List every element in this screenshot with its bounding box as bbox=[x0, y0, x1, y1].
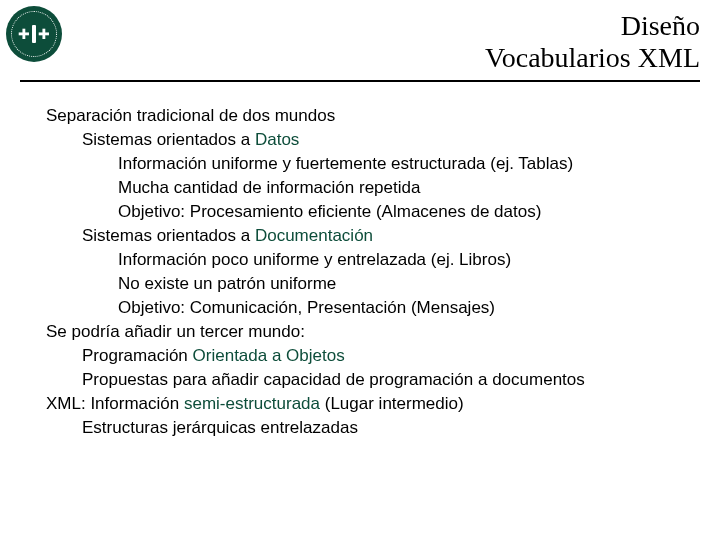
line-pre: XML: Información bbox=[46, 394, 184, 413]
content: Separación tradicional de dos mundosSist… bbox=[0, 82, 720, 440]
bullet-line: Estructuras jerárquicas entrelazadas bbox=[46, 416, 690, 440]
bullet-line: Sistemas orientados a Documentación bbox=[46, 224, 690, 248]
line-pre: Información uniforme y fuertemente estru… bbox=[118, 154, 573, 173]
line-pre: Mucha cantidad de información repetida bbox=[118, 178, 420, 197]
seal-inner: ✚ ✚ bbox=[11, 11, 57, 57]
line-pre: Estructuras jerárquicas entrelazadas bbox=[82, 418, 358, 437]
bullet-line: Programación Orientada a Objetos bbox=[46, 344, 690, 368]
title-line-2: Vocabularios XML bbox=[62, 42, 700, 74]
line-pre: Información poco uniforme y entrelazada … bbox=[118, 250, 511, 269]
line-pre: No existe un patrón uniforme bbox=[118, 274, 336, 293]
line-keyword: Orientada a Objetos bbox=[193, 346, 345, 365]
line-pre: Propuestas para añadir capacidad de prog… bbox=[82, 370, 585, 389]
bullet-line: Mucha cantidad de información repetida bbox=[46, 176, 690, 200]
bullet-line: Se podría añadir un tercer mundo: bbox=[46, 320, 690, 344]
header: ✚ ✚ Diseño Vocabularios XML bbox=[0, 0, 720, 74]
seal-cross-icon: ✚ bbox=[18, 27, 30, 41]
line-keyword: semi-estructurada bbox=[184, 394, 320, 413]
line-keyword: Datos bbox=[255, 130, 299, 149]
bullet-line: Propuestas para añadir capacidad de prog… bbox=[46, 368, 690, 392]
title-line-1: Diseño bbox=[62, 10, 700, 42]
bullet-line: No existe un patrón uniforme bbox=[46, 272, 690, 296]
bullet-line: Objetivo: Comunicación, Presentación (Me… bbox=[46, 296, 690, 320]
line-keyword: Documentación bbox=[255, 226, 373, 245]
line-pre: Sistemas orientados a bbox=[82, 226, 255, 245]
bullet-line: Información poco uniforme y entrelazada … bbox=[46, 248, 690, 272]
bullet-line: XML: Información semi-estructurada (Luga… bbox=[46, 392, 690, 416]
title-block: Diseño Vocabularios XML bbox=[62, 6, 700, 74]
bullet-line: Información uniforme y fuertemente estru… bbox=[46, 152, 690, 176]
seal-cross-icon: ✚ bbox=[38, 27, 50, 41]
line-pre: Programación bbox=[82, 346, 193, 365]
seal-bar-icon bbox=[32, 25, 36, 43]
line-post: (Lugar intermedio) bbox=[320, 394, 464, 413]
line-pre: Sistemas orientados a bbox=[82, 130, 255, 149]
line-pre: Objetivo: Comunicación, Presentación (Me… bbox=[118, 298, 495, 317]
line-pre: Objetivo: Procesamiento eficiente (Almac… bbox=[118, 202, 541, 221]
seal-logo: ✚ ✚ bbox=[6, 6, 62, 62]
bullet-line: Separación tradicional de dos mundos bbox=[46, 104, 690, 128]
line-pre: Separación tradicional de dos mundos bbox=[46, 106, 335, 125]
bullet-line: Objetivo: Procesamiento eficiente (Almac… bbox=[46, 200, 690, 224]
bullet-line: Sistemas orientados a Datos bbox=[46, 128, 690, 152]
line-pre: Se podría añadir un tercer mundo: bbox=[46, 322, 305, 341]
